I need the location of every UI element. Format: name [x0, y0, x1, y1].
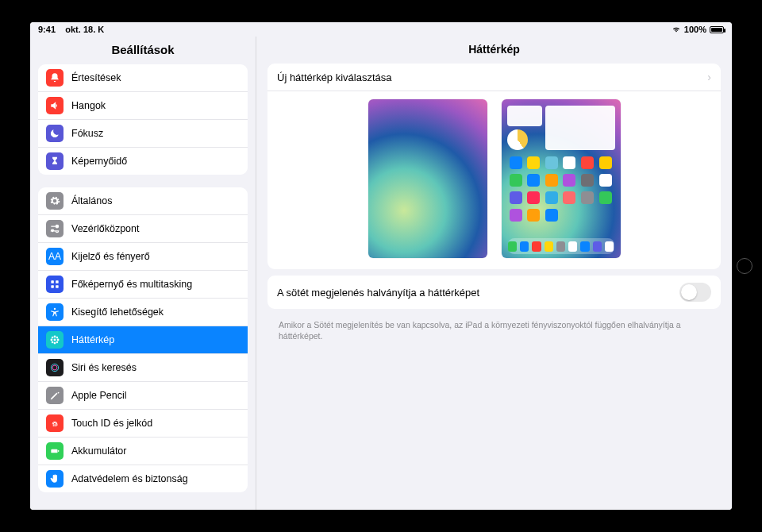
sidebar-item-notifications[interactable]: Értesítések [38, 64, 248, 92]
sidebar-item-label: Kijelző és fényerő [71, 251, 150, 262]
preview-app-icon [599, 156, 612, 169]
fingerprint-icon [46, 414, 64, 432]
speaker-icon [46, 97, 64, 114]
preview-app-icon [527, 209, 540, 222]
svg-rect-3 [56, 280, 59, 283]
preview-app-icon [563, 191, 575, 204]
sidebar-item-sounds[interactable]: Hangok [38, 92, 248, 120]
sidebar-title: Beállítások [30, 37, 256, 64]
chevron-right-icon: › [707, 71, 711, 83]
siri-icon [46, 359, 64, 376]
sidebar-item-label: Siri és keresés [71, 362, 137, 373]
svg-point-12 [52, 337, 54, 339]
battery-percent: 100% [684, 25, 706, 34]
gear-icon [46, 192, 64, 210]
svg-point-10 [51, 339, 53, 341]
lockscreen-preview[interactable] [368, 99, 487, 258]
status-time-date: 9:41 okt. 18. K [38, 25, 104, 34]
svg-point-15 [56, 341, 59, 344]
status-time: 9:41 [38, 25, 56, 34]
sidebar-item-label: Kisegítő lehetőségek [71, 306, 164, 318]
detail-scroll[interactable]: Új háttérkép kiválasztása › [256, 64, 732, 510]
svg-point-8 [54, 336, 56, 338]
dim-card: A sötét megjelenés halványítja a háttérk… [267, 276, 721, 309]
moon-icon [46, 125, 64, 142]
switches-icon [46, 220, 64, 237]
preview-dock [508, 238, 614, 254]
sidebar-item-focus[interactable]: Fókusz [38, 120, 248, 148]
svg-rect-4 [51, 285, 54, 288]
svg-point-7 [54, 339, 56, 341]
preview-dock-icon [556, 241, 565, 252]
sidebar-group-2: Általános Vezérlőközpont AA Kijelző és f… [38, 187, 248, 492]
choose-new-wallpaper-label: Új háttérkép kiválasztása [277, 71, 707, 83]
wifi-icon [672, 25, 681, 33]
preview-app-icon [510, 156, 522, 169]
svg-point-9 [54, 342, 56, 345]
svg-point-13 [56, 337, 59, 339]
sidebar-group-1: Értesítések Hangok Fókusz Képernyői [38, 64, 248, 175]
wallpaper-card: Új háttérkép kiválasztása › [267, 64, 721, 269]
choose-new-wallpaper[interactable]: Új háttérkép kiválasztása › [267, 64, 721, 91]
sidebar-item-touchid[interactable]: Touch ID és jelkód [38, 410, 248, 438]
accessibility-icon [46, 303, 64, 321]
preview-widget [545, 106, 615, 150]
preview-app-icon [545, 191, 558, 204]
preview-dock-icon [568, 241, 577, 252]
sidebar-item-label: Akkumulátor [71, 445, 126, 457]
homescreen-preview[interactable] [502, 99, 621, 258]
sidebar-item-privacy[interactable]: Adatvédelem és biztonság [38, 465, 248, 492]
sidebar-item-label: Főképernyő és multitasking [71, 279, 192, 290]
ipad-device-frame: 9:41 okt. 18. K 100% Beállítások [0, 0, 762, 532]
sidebar-item-controlcenter[interactable]: Vezérlőközpont [38, 215, 248, 243]
settings-sidebar: Beállítások Értesítések Hangok [30, 37, 256, 510]
sidebar-item-label: Hangok [71, 100, 106, 111]
sidebar-item-general[interactable]: Általános [38, 187, 248, 215]
sidebar-item-wallpaper[interactable]: Háttérkép [38, 326, 248, 354]
sidebar-item-display[interactable]: AA Kijelző és fényerő [38, 243, 248, 271]
hand-icon [46, 470, 64, 488]
preview-app-icon [510, 209, 522, 222]
pencil-icon [46, 387, 64, 404]
hourglass-icon [46, 152, 64, 170]
preview-app-icon [527, 191, 540, 204]
sidebar-item-accessibility[interactable]: Kisegítő lehetőségek [38, 299, 248, 326]
svg-point-0 [56, 226, 59, 228]
sidebar-item-battery[interactable]: Akkumulátor [38, 438, 248, 465]
battery-icon [46, 442, 64, 460]
sidebar-item-label: Képernyőidő [71, 156, 127, 167]
sidebar-item-siri[interactable]: Siri és keresés [38, 354, 248, 382]
sidebar-scroll[interactable]: Értesítések Hangok Fókusz Képernyői [30, 64, 256, 510]
sidebar-item-label: Fókusz [71, 128, 103, 139]
sidebar-item-screentime[interactable]: Képernyőidő [38, 148, 248, 175]
svg-rect-2 [51, 280, 54, 283]
sidebar-item-label: Általános [71, 195, 112, 206]
text-size-icon: AA [46, 248, 64, 265]
sidebar-item-label: Vezérlőközpont [71, 223, 139, 234]
preview-dock-icon [520, 241, 529, 252]
sidebar-item-label: Touch ID és jelkód [71, 418, 152, 429]
home-button[interactable] [737, 258, 752, 274]
sidebar-item-pencil[interactable]: Apple Pencil [38, 382, 248, 410]
detail-pane: Háttérkép Új háttérkép kiválasztása › [256, 37, 732, 510]
status-bar: 9:41 okt. 18. K 100% [30, 22, 732, 37]
preview-app-icon [545, 209, 558, 222]
preview-app-icon [563, 174, 575, 187]
preview-app-icon [527, 156, 540, 169]
grid-icon [46, 276, 64, 293]
wallpaper-previews [267, 91, 721, 269]
svg-point-17 [52, 365, 57, 370]
sidebar-item-homescreen[interactable]: Főképernyő és multitasking [38, 271, 248, 299]
sidebar-item-label: Adatvédelem és biztonság [71, 473, 188, 484]
preview-app-grid [510, 156, 613, 222]
dim-wallpaper-label: A sötét megjelenés halványítja a háttérk… [277, 287, 679, 299]
preview-app-icon [581, 191, 594, 204]
preview-widget [507, 106, 542, 126]
preview-app-icon [599, 191, 612, 204]
dim-wallpaper-toggle[interactable] [679, 283, 711, 302]
preview-app-icon [599, 174, 612, 187]
bell-icon [46, 69, 64, 87]
preview-dock-icon [580, 241, 589, 252]
sidebar-item-label: Apple Pencil [71, 390, 127, 401]
preview-app-icon [545, 156, 558, 169]
